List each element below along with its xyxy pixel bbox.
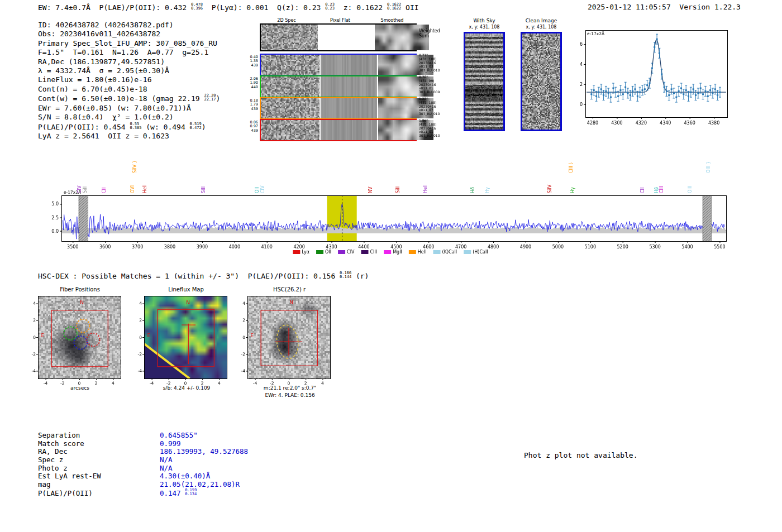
text-segment: LyA z = 2.5641 OII z = 0.1623 — [38, 132, 169, 140]
row2-pixel-flat-image — [321, 76, 377, 97]
row1-annotation: 0.71" (431, 108) 20230416 v011_03 307_RU… — [419, 54, 440, 73]
table-row: RA, Dec186.139993, 49.527688 — [38, 447, 248, 456]
table-row-label: Spec z — [38, 456, 160, 464]
info-line: S/N = 8.8(±0.4) χ² = 1.0(±0.2) — [38, 113, 220, 122]
row2-left-values: 2.06 1.90 440 — [245, 77, 258, 89]
info-line: P(LAE)/P(OII): 0.454 0.550.385 (w: 0.494… — [38, 122, 220, 132]
table-row-value: 0.645855" — [160, 431, 198, 439]
with-sky-panel — [464, 32, 505, 131]
text-segment: ) — [216, 94, 221, 103]
info-line: ID: 4026438782 (4026438782.pdf) — [38, 21, 220, 30]
hsc-xlabel: m:21.1 re:2.0" s:0.7" — [240, 385, 340, 391]
hsc-r-title: HSC(26.2) r — [247, 286, 331, 293]
full-spectrum-chart — [42, 152, 737, 258]
table-row-value: 4.30(±0.40)Å — [160, 472, 210, 480]
text-segment: OII — [401, 3, 418, 12]
info-line: Cont(w) = 6.50(±0.10)e-18 (gmag 22.19 22… — [38, 94, 220, 104]
header-summary: EW: 7.4±0.7Å P(LAE)/P(OII): 0.432 0.4780… — [38, 3, 419, 12]
text-segment: z: 0.1622 — [335, 3, 387, 12]
stacked-value: 0.1590.134 — [185, 488, 197, 496]
text-segment: N/A — [160, 464, 173, 472]
info-line: Obs: 20230416v011_4026438782 — [38, 30, 220, 39]
header-timestamp: 2025-01-12 11:05:57 Version 1.22.3 — [588, 3, 741, 12]
text-segment: EW: 7.4±0.7Å P(LAE)/P(OII): 0.432 — [38, 3, 191, 12]
info-line: RA,Dec (186.139877,49.527851) — [38, 57, 220, 66]
table-row: Separation0.645855" — [38, 431, 248, 439]
weighted-2d-spec-image — [261, 25, 318, 50]
stacked-value: 22.2022.17 — [204, 94, 216, 102]
weighted-sum-row — [260, 23, 417, 51]
row4-annotation: 1.86" (431, 108) 20230416 v011_01 307_RU… — [419, 119, 440, 138]
text-segment: 186.139993, 49.527688 — [160, 447, 248, 456]
table-row-value: N/A — [160, 456, 173, 464]
emission-line-zoom-chart — [569, 22, 731, 132]
col-title-2d-spec: 2D Spec — [260, 18, 313, 23]
with-sky-image — [465, 33, 503, 130]
stacked-value: 0.16220.1622 — [387, 3, 401, 11]
table-row-label: Photo z — [38, 464, 160, 472]
table-row: Spec zN/A — [38, 456, 248, 464]
col-title-pixel-flat: Pixel Flat — [314, 18, 366, 23]
text-segment: (w: 0.494 — [141, 123, 189, 131]
text-segment: RA,Dec (186.139877,49.527851) — [38, 57, 165, 66]
text-segment: ) — [202, 123, 206, 131]
table-row: P(LAE)/P(OII)0.147 0.1590.134 — [38, 488, 248, 497]
row1-pixel-flat-image — [321, 55, 377, 75]
photz-unavailable-notice: Phot z plot not available. — [524, 451, 638, 460]
fiber-positions-plot — [25, 294, 123, 385]
row2-2d-spec-image — [261, 76, 320, 97]
table-row-label: mag — [38, 480, 160, 488]
table-row-label: Separation — [38, 431, 160, 439]
fiber-row-3 — [260, 97, 417, 119]
lineflux-map-plot — [131, 294, 229, 385]
text-segment: Cont(n) = 6.70(±0.45)e-18 — [38, 85, 147, 93]
text-segment: (r) — [351, 272, 369, 280]
row1-left-values: 0.40 1.35 439 — [245, 55, 258, 68]
table-row-label: Est LyA rest-EW — [38, 472, 160, 480]
text-segment: 0.147 — [160, 489, 185, 497]
text-segment: 0.645855" — [160, 431, 198, 439]
text-segment: Obs: 20230416v011_4026438782 — [38, 30, 160, 38]
table-row: mag21.05(21.02,21.08)R — [38, 480, 248, 488]
info-line: LineFlux = 1.80(±0.16)e-16 — [38, 75, 220, 84]
info-line: LyA z = 2.5641 OII z = 0.1623 — [38, 132, 220, 141]
with-sky-title: With Sky — [462, 18, 506, 23]
weighted-pixel-flat-image — [319, 25, 374, 50]
clean-image-panel — [521, 32, 562, 131]
fiber-row-2 — [260, 75, 417, 98]
row3-annotation: 1.22" (431, 108) 20230416 v011_07 307_RU… — [419, 97, 440, 116]
match-table: Separation0.645855" Match score0.999 RA,… — [38, 431, 248, 497]
text-segment: Cont(w) = 6.50(±0.10)e-18 (gmag 22.19 — [38, 94, 204, 103]
info-line: λ = 4332.74Å σ = 2.95(±0.30)Å — [38, 66, 220, 75]
stacked-value: 0.5190.472 — [190, 122, 202, 130]
stacked-value: 0.1660.144 — [340, 271, 351, 279]
text-segment: S/N = 8.8(±0.4) χ² = 1.0(±0.2) — [38, 113, 174, 121]
text-segment: λ = 4332.74Å σ = 2.95(±0.30)Å — [38, 66, 169, 75]
clean-image — [522, 33, 560, 130]
fiber-positions-title: Fiber Positions — [38, 286, 122, 293]
row3-left-values: 0.18 1.79 439 — [245, 99, 258, 111]
fiber-row-1 — [260, 54, 417, 76]
table-row: Photo zN/A — [38, 464, 248, 472]
table-row-value: 0.147 0.1590.134 — [160, 489, 197, 497]
row3-2d-spec-image — [261, 98, 320, 118]
fiber-row-4 — [260, 119, 417, 141]
table-row-label: Match score — [38, 439, 160, 448]
hsc-xlabel2: EWr: 4. PLAE: 0.156 — [240, 392, 340, 398]
detection-info-panel: ID: 4026438782 (4026438782.pdf)Obs: 2023… — [38, 21, 220, 141]
stacked-value: 0.550.385 — [130, 122, 141, 130]
table-row-value: N/A — [160, 464, 173, 472]
table-row: Match score0.999 — [38, 439, 248, 448]
table-row: Est LyA rest-EW4.30(±0.40)Å — [38, 472, 248, 480]
text-segment: ID: 4026438782 (4026438782.pdf) — [38, 21, 174, 29]
text-segment: HSC-DEX : Possible Matches = 1 (within +… — [38, 272, 340, 280]
text-segment: 0.999 — [160, 439, 181, 448]
text-segment: N/A — [160, 456, 173, 464]
stacked-value: 0.230.23 — [325, 3, 335, 11]
col-title-smoothed: Smoothed — [368, 18, 417, 23]
stacked-value: 0.4780.396 — [191, 3, 203, 11]
info-line: Cont(n) = 6.70(±0.45)e-18 — [38, 85, 220, 94]
text-segment: F=1.5" T=0.161 N=1.26 A=0.77 g=25.1 — [38, 48, 208, 56]
fiber-xlabel: arcsecs — [38, 385, 122, 391]
text-segment: P(Lyα): 0.001 Q(z): 0.23 — [203, 3, 325, 12]
